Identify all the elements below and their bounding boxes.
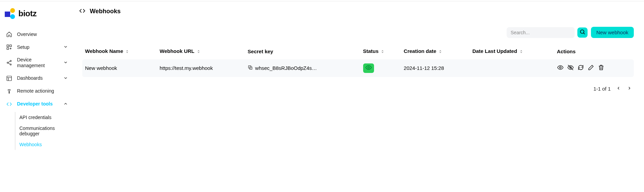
action-hide[interactable] [567,65,574,72]
copy-icon[interactable] [248,65,253,71]
action-view[interactable] [557,65,564,72]
developer-tools-submenu: API credentials Communications debugger … [15,112,71,150]
main-content: Webhooks New webhook Webhook Name Webhoo… [74,1,644,191]
action-delete[interactable] [598,65,605,72]
svg-rect-1 [7,45,9,46]
svg-rect-2 [10,45,12,46]
refresh-icon [577,64,584,72]
sidebar-item-label: Dashboards [17,75,58,81]
bookmarks-link[interactable]: All Bookmarks [606,0,641,1]
home-icon [6,31,12,37]
webhooks-table: Webhook Name Webhook URL Secret key Stat… [82,45,634,77]
secret-value: whsec_B8sRJBoOdpZ4ssX… [255,65,319,71]
pagination-label: 1-1 of 1 [593,86,611,92]
eye-icon [365,64,372,72]
page-title: Webhooks [90,8,121,15]
cell-secret: whsec_B8sRJBoOdpZ4ssX… [245,59,360,77]
sidebar-item-overview[interactable]: Overview [4,28,71,41]
col-name[interactable]: Webhook Name [82,45,157,59]
share-icon [6,60,12,66]
sidebar-item-remote-actioning[interactable]: Remote actioning [4,85,71,98]
top-divider: All Bookmarks [0,0,644,1]
col-actions: Actions [554,45,634,59]
pencil-icon [588,64,594,72]
sidebar-item-setup[interactable]: Setup [4,41,71,54]
trash-icon [598,64,605,72]
pagination: 1-1 of 1 [82,86,634,92]
chevron-down-icon [63,60,69,65]
action-refresh[interactable] [577,65,584,72]
code-icon [6,101,12,107]
sort-icon [380,49,385,55]
subnav-api-credentials[interactable]: API credentials [19,112,71,123]
col-created[interactable]: Creation date [401,45,470,59]
col-updated[interactable]: Date Last Updated [470,45,554,59]
grid-add-icon [6,44,12,50]
sidebar: biotz Overview Setup Device management D… [0,1,74,191]
chevron-left-icon [616,86,621,92]
chevron-down-icon [63,76,69,81]
search-group [507,27,588,38]
subnav-label: Webhooks [19,142,42,147]
pagination-next[interactable] [626,86,632,92]
eye-icon [557,64,564,72]
sort-icon [197,49,201,55]
chevron-up-icon [63,101,69,107]
svg-point-13 [559,67,561,69]
dashboard-icon [6,75,12,81]
sort-icon [438,49,442,55]
bookmark-icon [606,0,611,1]
brand-name: biotz [18,9,36,18]
table-row: New webhook https://test.my.webhook whse… [82,59,634,77]
brand-logo[interactable]: biotz [4,7,71,28]
status-badge-active [363,63,374,73]
eye-off-icon [567,64,574,72]
svg-point-9 [580,30,584,34]
cell-actions [554,59,634,77]
search-button[interactable] [577,27,588,38]
subnav-label: Communications debugger [19,126,55,136]
chevron-right-icon [627,86,632,92]
remote-icon [6,88,12,94]
sidebar-item-dashboards[interactable]: Dashboards [4,72,71,85]
action-edit[interactable] [588,65,594,72]
cell-created: 2024-11-12 15:28 [401,59,470,77]
sidebar-item-label: Overview [17,32,69,37]
sidebar-item-label: Setup [17,44,58,50]
search-input[interactable] [507,27,575,38]
svg-rect-8 [9,91,10,93]
search-icon [579,29,586,36]
cell-status [360,59,401,77]
sidebar-item-label: Device management [17,57,58,69]
sidebar-item-label: Developer tools [17,101,58,107]
new-webhook-button[interactable]: New webhook [591,27,634,38]
sort-icon [519,49,523,55]
col-status[interactable]: Status [360,45,401,59]
cell-name: New webhook [82,59,157,77]
bookmarks-label: All Bookmarks [613,0,641,1]
webhooks-panel: New webhook Webhook Name Webhook URL Sec… [78,23,639,98]
brand-mark-icon [5,9,14,18]
chevron-down-icon [63,44,69,50]
sidebar-item-label: Remote actioning [17,88,69,94]
sidebar-item-developer-tools[interactable]: Developer tools [4,98,71,111]
sort-icon [125,49,129,55]
subnav-label: API credentials [19,115,51,120]
page-header: Webhooks [78,7,639,15]
subnav-communications-debugger[interactable]: Communications debugger [19,123,71,139]
cell-updated [470,59,554,77]
code-icon [79,7,86,15]
sidebar-item-device-management[interactable]: Device management [4,54,71,72]
svg-rect-3 [7,48,9,50]
svg-point-12 [368,67,369,69]
pagination-prev[interactable] [615,86,622,92]
svg-rect-7 [7,76,12,81]
subnav-webhooks[interactable]: Webhooks [19,139,71,150]
col-secret: Secret key [245,45,360,59]
cell-url: https://test.my.webhook [157,59,245,77]
col-url[interactable]: Webhook URL [157,45,245,59]
